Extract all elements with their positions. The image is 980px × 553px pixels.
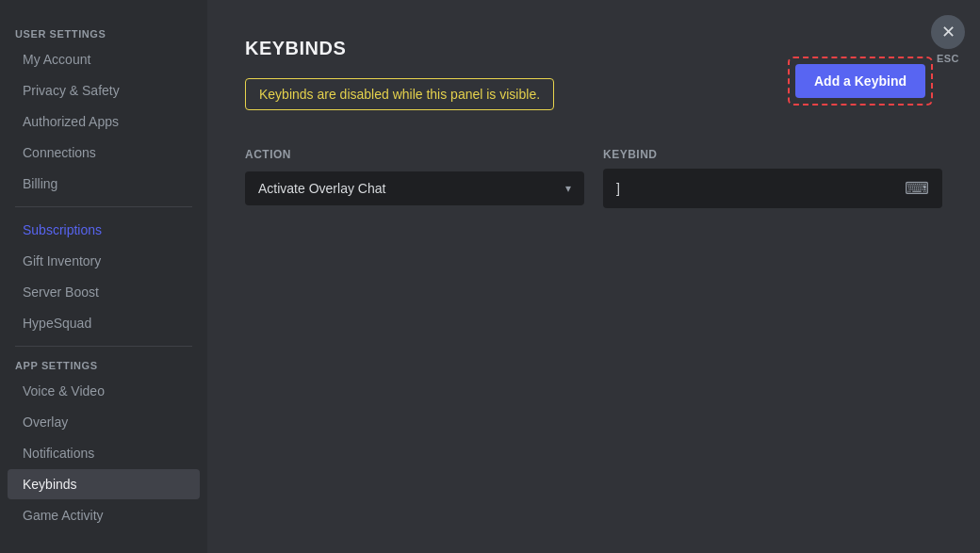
action-dropdown[interactable]: Activate Overlay Chat ▾ [245, 171, 584, 205]
sidebar-item-hypesquad[interactable]: HypeSquad [8, 308, 200, 338]
sidebar-item-label: Authorized Apps [23, 114, 119, 129]
sidebar-item-keybinds[interactable]: Keybinds [8, 469, 200, 499]
keybind-table: ACTION KEYBIND Activate Overlay Chat ▾ ]… [245, 148, 942, 208]
sidebar-item-label: Connections [23, 145, 96, 160]
esc-label: ESC [937, 53, 959, 64]
sidebar-item-label: Game Activity [23, 508, 104, 523]
sidebar-item-notifications[interactable]: Notifications [8, 438, 200, 468]
table-header: ACTION KEYBIND [245, 148, 942, 161]
user-settings-section-label: USER SETTINGS [0, 23, 207, 43]
close-button[interactable]: ✕ [931, 15, 965, 49]
sidebar-item-subscriptions[interactable]: Subscriptions [8, 215, 200, 245]
main-content: KEYBINDS Keybinds are disabled while thi… [207, 0, 980, 553]
app-settings-section-label: APP SETTINGS [0, 354, 207, 375]
sidebar-item-label: Notifications [23, 446, 94, 461]
sidebar-item-label: HypeSquad [23, 316, 91, 331]
action-dropdown-value: Activate Overlay Chat [258, 181, 385, 196]
warning-text: Keybinds are disabled while this panel i… [259, 87, 540, 102]
action-column-header: ACTION [245, 148, 584, 161]
close-icon: ✕ [941, 22, 956, 42]
sidebar-item-voice-video[interactable]: Voice & Video [8, 376, 200, 406]
sidebar-item-label: Server Boost [23, 285, 99, 300]
sidebar-item-label: Gift Inventory [23, 253, 101, 268]
keybind-value: ] [616, 181, 620, 196]
sidebar-item-label: Keybinds [23, 477, 77, 492]
sidebar-item-connections[interactable]: Connections [8, 138, 200, 168]
table-row: Activate Overlay Chat ▾ ] ⌨ [245, 169, 942, 208]
keyboard-icon[interactable]: ⌨ [905, 178, 929, 199]
sidebar-item-billing[interactable]: Billing [8, 169, 200, 199]
keybinds-warning-banner: Keybinds are disabled while this panel i… [245, 78, 554, 110]
sidebar-divider [15, 206, 192, 207]
sidebar-item-label: Voice & Video [23, 383, 105, 398]
sidebar-item-label: Privacy & Safety [23, 83, 120, 98]
add-keybind-highlight: Add a Keybind [788, 57, 933, 106]
sidebar-item-label: Subscriptions [23, 222, 102, 237]
sidebar-item-my-account[interactable]: My Account [8, 44, 200, 74]
sidebar-item-label: Billing [23, 176, 57, 191]
sidebar-item-privacy-safety[interactable]: Privacy & Safety [8, 75, 200, 106]
sidebar-item-overlay[interactable]: Overlay [8, 407, 200, 437]
chevron-down-icon: ▾ [565, 182, 571, 195]
sidebar-item-label: Overlay [23, 415, 68, 430]
sidebar: USER SETTINGS My Account Privacy & Safet… [0, 0, 207, 553]
sidebar-item-gift-inventory[interactable]: Gift Inventory [8, 246, 200, 276]
keybind-column-header: KEYBIND [603, 148, 942, 161]
sidebar-item-authorized-apps[interactable]: Authorized Apps [8, 106, 200, 137]
sidebar-item-server-boost[interactable]: Server Boost [8, 277, 200, 307]
sidebar-divider-2 [15, 346, 192, 347]
add-keybind-button[interactable]: Add a Keybind [795, 64, 925, 98]
close-button-wrapper[interactable]: ✕ ESC [931, 15, 965, 64]
keybind-input-wrapper[interactable]: ] ⌨ [603, 169, 942, 208]
sidebar-item-label: My Account [23, 52, 90, 67]
sidebar-item-game-activity[interactable]: Game Activity [8, 500, 200, 530]
